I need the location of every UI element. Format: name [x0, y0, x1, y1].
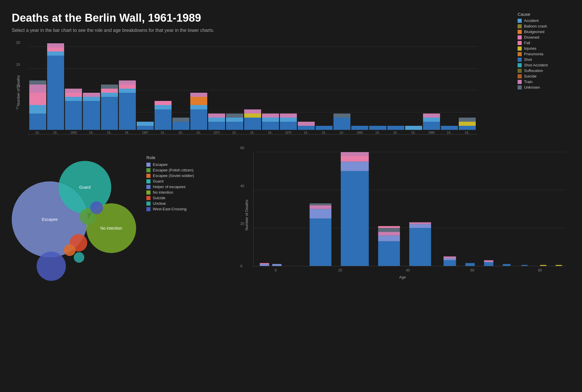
bars-area: 19..19..196319..19..19..196719..19..19..… [28, 38, 477, 134]
bar-stack[interactable] [316, 126, 333, 130]
bar-segment [47, 51, 64, 56]
bar-segment [155, 105, 172, 109]
bar-stack[interactable] [280, 114, 297, 130]
bar-year-label: 19.. [107, 131, 112, 134]
age-x-tick-label: 60 [470, 268, 474, 272]
bar-group[interactable]: 1963 [65, 89, 82, 134]
age-bar-segment [310, 209, 331, 219]
bar-group[interactable]: 19.. [226, 114, 243, 134]
bar-segment [441, 126, 458, 130]
role-legend-item: Suicide [146, 196, 225, 200]
age-grid-label: 60 [240, 146, 244, 150]
bar-segment [208, 122, 225, 130]
bar-segment [119, 80, 136, 85]
bar-stack[interactable] [190, 93, 207, 130]
bar-group[interactable]: 1971 [208, 114, 225, 134]
bar-segment [47, 56, 64, 130]
age-x-tick-label: 80 [538, 268, 542, 272]
bubble [90, 201, 103, 214]
bar-group[interactable]: 19.. [172, 118, 189, 134]
age-grid-label: 20 [240, 222, 244, 226]
bar-group[interactable]: 19.. [47, 43, 64, 134]
age-bar-segment [378, 226, 400, 228]
bar-stack[interactable] [441, 126, 458, 130]
bar-segment [423, 114, 440, 118]
role-legend-item: Escapee (Polish citizen) [146, 168, 225, 172]
bar-group[interactable]: 19.. [29, 80, 46, 134]
bar-group[interactable]: 1986 [423, 114, 440, 134]
bar-stack[interactable] [459, 118, 476, 130]
bar-group[interactable]: 1975 [280, 114, 297, 134]
bar-stack[interactable] [47, 43, 64, 130]
bar-stack[interactable] [405, 126, 422, 130]
bar-stack[interactable] [262, 114, 279, 130]
age-bar-segment [444, 260, 456, 266]
bar-stack[interactable] [351, 126, 368, 130]
bar-stack[interactable] [333, 114, 350, 130]
age-bar-segment [310, 203, 331, 205]
age-bar-segment [341, 171, 369, 266]
bar-group[interactable]: 19.. [244, 109, 261, 134]
bar-group[interactable]: 19.. [190, 93, 207, 134]
bar-group[interactable]: 19.. [459, 118, 476, 134]
bar-year-label: 19.. [375, 131, 380, 134]
bubble-label: Escapee [42, 217, 58, 222]
age-bar-segment [341, 156, 369, 161]
bar-stack[interactable] [387, 126, 404, 130]
age-bar-segment [465, 263, 475, 266]
bar-stack[interactable] [83, 93, 100, 130]
bar-year-label: 19.. [53, 131, 58, 134]
bar-group[interactable]: 19.. [316, 126, 333, 134]
bar-segment [155, 101, 172, 105]
legend-item: Balloon crash [518, 24, 576, 28]
bar-stack[interactable] [298, 122, 315, 130]
bar-year-label: 19.. [340, 131, 345, 134]
bar-group[interactable]: 19.. [101, 85, 118, 134]
bar-stack[interactable] [65, 89, 82, 130]
bar-group[interactable]: 19.. [298, 122, 315, 134]
bar-group[interactable]: 19.. [83, 93, 100, 134]
bar-year-label: 19.. [322, 131, 327, 134]
bar-stack[interactable] [423, 114, 440, 130]
bar-group[interactable]: 19.. [387, 126, 404, 134]
bar-stack[interactable] [137, 122, 154, 130]
bar-group[interactable]: 19.. [119, 80, 136, 134]
bar-segment [119, 85, 136, 89]
bar-group[interactable]: 1967 [137, 122, 154, 134]
page-title: Deaths at the Berlin Wall, 1961-1989 [12, 12, 201, 24]
bar-stack[interactable] [172, 118, 189, 130]
bar-group[interactable]: 19.. [405, 126, 422, 134]
bar-group[interactable]: 19.. [155, 101, 172, 134]
bar-year-label: 19.. [125, 131, 130, 134]
bar-stack[interactable] [101, 85, 118, 130]
bar-segment [83, 97, 100, 101]
age-bar-segment [272, 264, 282, 266]
legend-item: Bludgeoned [518, 30, 576, 34]
bar-group[interactable]: 1981 [351, 126, 368, 134]
bar-group[interactable]: 19.. [262, 114, 279, 134]
bar-stack[interactable] [226, 114, 243, 130]
bar-stack[interactable] [119, 80, 136, 130]
bar-chart: Number of Deaths 510152019..19..196319..… [12, 35, 480, 146]
age-bar-segment [310, 219, 331, 266]
bar-stack[interactable] [155, 101, 172, 130]
role-legend: Role EscapeeEscapee (Polish citizen)Esca… [146, 155, 225, 212]
age-bar-segment [444, 258, 456, 260]
age-x-tick-label: 0 [275, 268, 277, 272]
bar-stack[interactable] [369, 126, 386, 130]
bar-group[interactable]: 19.. [369, 126, 386, 134]
bar-stack[interactable] [244, 109, 261, 130]
age-bar-segment [260, 264, 269, 266]
bar-stack[interactable] [29, 80, 46, 130]
grid-label: 10 [16, 84, 20, 88]
bar-year-label: 19.. [268, 131, 273, 134]
bar-segment [298, 122, 315, 126]
bar-segment [101, 93, 118, 97]
bar-segment [333, 118, 350, 130]
bar-group[interactable]: 19.. [441, 126, 458, 134]
bar-group[interactable]: 19.. [333, 114, 350, 134]
bar-segment [262, 118, 279, 122]
bar-stack[interactable] [208, 114, 225, 130]
age-bar-segment [378, 228, 400, 232]
grid-label: 5 [16, 106, 18, 110]
